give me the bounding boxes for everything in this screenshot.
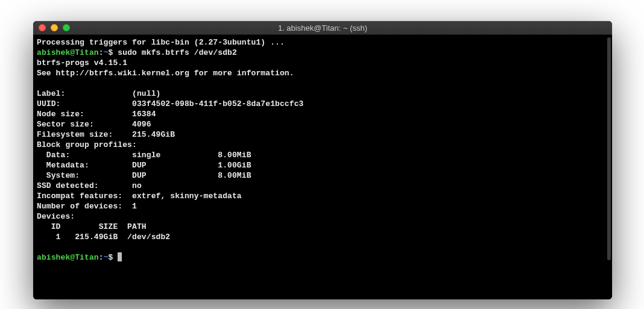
- prompt-colon: :: [99, 253, 104, 262]
- maximize-icon[interactable]: [63, 24, 70, 31]
- prompt-user-host: abishek@Titan: [37, 48, 99, 57]
- prompt-path: ~: [104, 253, 109, 262]
- minimize-icon[interactable]: [51, 24, 58, 31]
- close-icon[interactable]: [39, 24, 46, 31]
- output-line: btrfs-progs v4.15.1: [37, 58, 127, 67]
- titlebar[interactable]: 1. abishek@Titan: ~ (ssh): [33, 21, 612, 35]
- terminal-body[interactable]: Processing triggers for libc-bin (2.27-3…: [33, 35, 612, 299]
- window-title: 1. abishek@Titan: ~ (ssh): [33, 23, 612, 33]
- output-line: Incompat features: extref, skinny-metada…: [37, 192, 242, 201]
- output-line: Sector size: 4096: [37, 120, 151, 129]
- cursor: [118, 252, 122, 261]
- output-line: SSD detected: no: [37, 181, 142, 190]
- output-line: Block group profiles:: [37, 140, 137, 149]
- prompt-colon: :: [99, 48, 104, 57]
- terminal-content[interactable]: Processing triggers for libc-bin (2.27-3…: [33, 35, 612, 265]
- output-line: 1 215.49GiB /dev/sdb2: [37, 233, 170, 242]
- output-line: Data: single 8.00MiB: [37, 151, 251, 160]
- output-line: Node size: 16384: [37, 110, 156, 119]
- prompt-path: ~: [104, 48, 109, 57]
- output-line: Processing triggers for libc-bin (2.27-3…: [37, 38, 285, 47]
- prompt-symbol: $: [109, 253, 113, 262]
- prompt-user-host: abishek@Titan: [37, 253, 99, 262]
- output-line: Filesystem size: 215.49GiB: [37, 130, 175, 139]
- output-line: Devices:: [37, 212, 75, 221]
- output-line: UUID: 033f4502-098b-411f-b052-8da7e1bccf…: [37, 99, 303, 108]
- traffic-lights: [39, 24, 70, 31]
- terminal-window: 1. abishek@Titan: ~ (ssh) Processing tri…: [33, 21, 612, 299]
- output-line: System: DUP 8.00MiB: [37, 171, 251, 180]
- output-line: Label: (null): [37, 89, 160, 98]
- scrollbar[interactable]: [607, 37, 611, 260]
- output-line: Number of devices: 1: [37, 202, 137, 211]
- output-line: Metadata: DUP 1.00GiB: [37, 161, 251, 170]
- output-line: ID SIZE PATH: [37, 222, 147, 231]
- command-text: sudo mkfs.btrfs /dev/sdb2: [113, 48, 236, 57]
- output-line: See http://btrfs.wiki.kernel.org for mor…: [37, 69, 294, 78]
